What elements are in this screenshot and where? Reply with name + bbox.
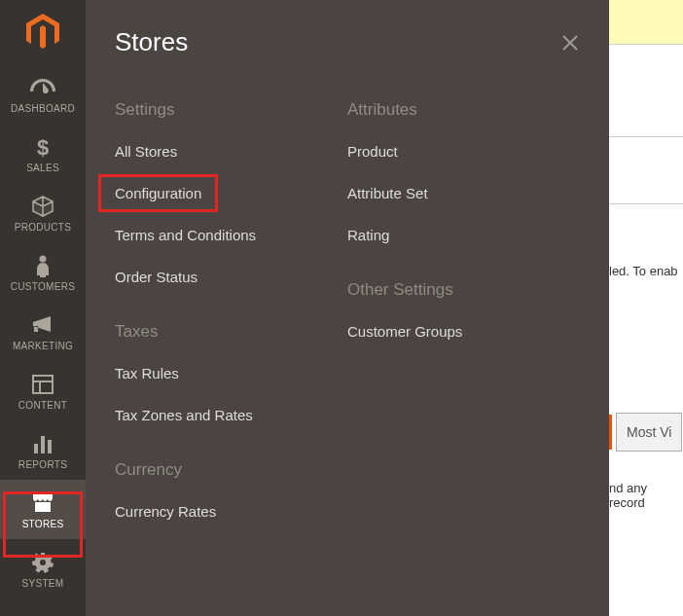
nav-label: REPORTS [18,459,67,470]
store-icon [31,491,54,515]
magento-logo[interactable] [26,14,59,51]
nav-stores[interactable]: STORES [0,480,86,539]
nav-dashboard[interactable]: DASHBOARD [0,64,86,124]
nav-label: CUSTOMERS [11,281,75,292]
tab-label: Most Vi [627,424,671,440]
link-rating[interactable]: Rating [347,227,580,243]
admin-sidebar: DASHBOARD $ SALES PRODUCTS CUSTOMERS MAR… [0,0,86,616]
nav-customers[interactable]: CUSTOMERS [0,242,86,302]
nav-marketing[interactable]: MARKETING [0,302,86,361]
nav-content[interactable]: CONTENT [0,361,86,420]
nav-reports[interactable]: REPORTS [0,420,86,480]
svg-rect-5 [34,444,38,453]
partial-text-records: nd any record [609,481,683,510]
link-order-status[interactable]: Order Status [115,269,347,285]
dollar-icon: $ [36,135,50,159]
nav-label: MARKETING [13,341,73,351]
nav-label: STORES [22,519,64,529]
group-title-attributes: Attributes [347,100,580,120]
gear-icon [32,551,54,574]
magento-logo-icon [26,14,59,51]
nav-label: DASHBOARD [11,103,75,114]
active-tab-indicator [609,415,615,450]
notification-bar [609,0,683,45]
svg-point-1 [40,256,47,263]
nav-label: PRODUCTS [15,222,72,233]
nav-sales[interactable]: $ SALES [0,124,86,183]
flyout-header: Stores [86,0,609,77]
bar-chart-icon [32,432,54,455]
content-background [609,0,683,616]
group-title-other: Other Settings [347,280,580,300]
nav-label: SYSTEM [22,578,64,589]
svg-rect-7 [48,440,52,453]
link-product[interactable]: Product [347,143,580,160]
svg-point-8 [40,560,46,565]
flyout-column-left: Settings All Stores Configuration Terms … [115,77,347,545]
link-configuration[interactable]: Configuration [98,174,218,212]
nav-products[interactable]: PRODUCTS [0,183,86,242]
person-icon [36,254,50,277]
flyout-body: Settings All Stores Configuration Terms … [86,77,609,545]
svg-rect-6 [41,436,45,453]
group-title-taxes: Taxes [115,322,347,342]
close-icon [560,33,580,53]
megaphone-icon [31,313,54,337]
group-title-settings: Settings [115,100,347,120]
tab-most-viewed[interactable]: Most Vi [616,413,682,452]
link-currency-rates[interactable]: Currency Rates [115,503,347,520]
partial-text-disabled: led. To enab [609,264,678,278]
link-all-stores[interactable]: All Stores [115,143,347,160]
box-icon [32,195,54,218]
svg-rect-2 [33,376,53,393]
link-attribute-set[interactable]: Attribute Set [347,185,580,201]
close-button[interactable] [560,33,580,53]
nav-label: SALES [26,163,59,173]
flyout-column-right: Attributes Product Attribute Set Rating … [347,77,580,545]
content-panel [609,136,683,204]
group-title-currency: Currency [115,460,347,480]
stores-flyout-panel: Stores Settings All Stores Configuration… [86,0,609,616]
nav-system[interactable]: SYSTEM [0,539,86,598]
link-terms-conditions[interactable]: Terms and Conditions [115,227,347,243]
dashboard-icon [30,76,55,99]
link-customer-groups[interactable]: Customer Groups [347,323,580,340]
link-tax-rules[interactable]: Tax Rules [115,365,347,381]
layout-icon [32,373,54,396]
svg-text:$: $ [37,135,49,159]
link-tax-zones-rates[interactable]: Tax Zones and Rates [115,407,347,423]
flyout-title: Stores [115,27,188,57]
nav-label: CONTENT [18,400,67,411]
